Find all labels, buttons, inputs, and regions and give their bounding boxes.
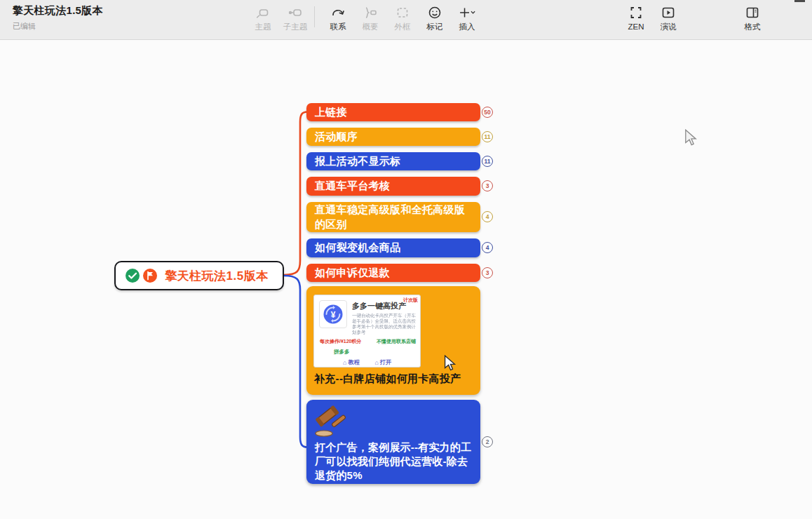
embedded-app-card: ¥ 多多一键高投产 计次版 一键自动化卡高投产开车（开车老手必备）全受限、适点击… — [313, 295, 421, 368]
window-minimize-dash[interactable] — [794, 0, 805, 2]
topic-count-badge[interactable]: 3 — [482, 180, 493, 191]
app-card-price-note: 每次操作/¥120积分 — [320, 338, 362, 345]
topic-count-badge[interactable]: 4 — [482, 242, 493, 253]
smiley-icon — [426, 4, 443, 21]
topic-node-ad[interactable]: 打个广告，案例展示--有实力的工厂可以找我们纯佣代运营收-除去退货的5% — [306, 400, 480, 484]
topic-node-supplement[interactable]: ¥ 多多一键高投产 计次版 一键自动化卡高投产开车（开车老手必备）全受限、适点击… — [306, 286, 480, 395]
root-topic[interactable]: 擎天柱玩法1.5版本 — [114, 261, 284, 290]
flag-icon — [143, 269, 157, 283]
plus-icon — [459, 4, 475, 21]
topic-icon — [255, 4, 271, 21]
mindmap-canvas: 擎天柱玩法1.5版本 上链接 活动顺序 报上活动不显示标 直通车平台考核 直通车… — [0, 0, 812, 519]
app-card-tutorial-button[interactable]: ⌂ 教程 — [343, 358, 359, 366]
app-card-description: 一键自动化卡高投产开车（开车老手必备）全受限、适点击高投参考第十个高投版的优秀案… — [352, 313, 418, 335]
topic-node[interactable]: 如何申诉仅退款 — [306, 264, 480, 282]
home-icon: ⌂ — [375, 359, 379, 366]
subtopic-icon — [287, 4, 304, 21]
present-button[interactable]: 演说 — [652, 4, 684, 32]
ad-topic-label: 打个广告，案例展示--有实力的工厂可以找我们纯佣代运营收-除去退货的5% — [315, 440, 473, 482]
app-card-support-note: 不懂使用联系店铺 — [377, 338, 416, 345]
summary-button[interactable]: 概要 — [354, 4, 386, 32]
marker-button[interactable]: 标记 — [419, 4, 451, 32]
root-topic-label: 擎天柱玩法1.5版本 — [165, 268, 269, 284]
subtopic-button[interactable]: 子主题 — [279, 4, 311, 32]
topic-count-badge[interactable]: 50 — [482, 107, 493, 118]
gavel-icon — [313, 405, 350, 440]
topic-count-badge[interactable]: 2 — [482, 436, 493, 447]
insert-button[interactable]: 插入 — [451, 4, 483, 32]
mouse-cursor — [684, 129, 698, 146]
format-panel-button[interactable]: 格式 — [736, 4, 769, 32]
top-toolbar: 擎天柱玩法1.5版本 已编辑 主题 子主题 联系 — [0, 0, 812, 40]
topic-count-badge[interactable]: 11 — [482, 131, 493, 142]
summary-icon — [362, 4, 379, 21]
app-card-tag: 计次版 — [403, 297, 418, 304]
topic-count-badge[interactable]: 11 — [482, 156, 493, 167]
topic-node[interactable]: 如何裂变机会商品 — [306, 238, 480, 257]
topic-node[interactable]: 报上活动不显示标 — [306, 152, 480, 170]
boundary-button[interactable]: 外框 — [386, 4, 419, 32]
app-card-open-button[interactable]: ⌂ 打开 — [375, 358, 391, 366]
document-status: 已编辑 — [13, 21, 103, 32]
topic-node[interactable]: 直通车稳定高级版和全托高级版的区别 — [306, 202, 480, 232]
supplement-topic-label: 补充--白牌店铺如何用卡高投产 — [314, 372, 461, 386]
topic-count-badge[interactable]: 3 — [482, 267, 493, 278]
boundary-icon — [394, 4, 411, 21]
app-card-platform: 拼多多 — [334, 349, 350, 356]
toolbar-divider — [314, 6, 315, 27]
play-icon — [660, 4, 677, 21]
format-panel-icon — [744, 4, 761, 21]
topic-node[interactable]: 活动顺序 — [306, 128, 480, 146]
check-icon — [126, 269, 140, 283]
app-refresh-yuan-icon: ¥ — [319, 300, 347, 328]
topic-node[interactable]: 上链接 — [306, 103, 480, 121]
home-icon: ⌂ — [343, 359, 346, 366]
svg-text:¥: ¥ — [331, 310, 336, 320]
relationship-icon — [330, 4, 346, 21]
topic-count-badge[interactable]: 4 — [482, 211, 493, 222]
topic-button[interactable]: 主题 — [247, 4, 279, 32]
topic-node[interactable]: 直通车平台考核 — [306, 177, 480, 196]
relationship-button[interactable]: 联系 — [322, 4, 354, 32]
zen-brackets-icon — [628, 4, 644, 21]
zen-mode-button[interactable]: ZEN — [620, 4, 652, 32]
document-title: 擎天柱玩法1.5版本 — [13, 4, 103, 18]
app-card-title: 多多一键高投产 — [352, 301, 406, 311]
